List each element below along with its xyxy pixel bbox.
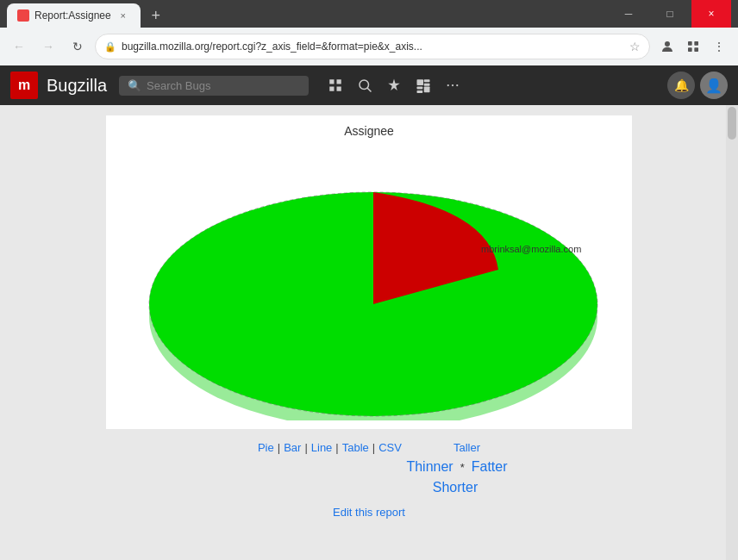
svg-rect-13	[424, 84, 430, 86]
svg-rect-3	[688, 47, 692, 52]
bookmark-icon[interactable]: ☆	[629, 40, 641, 53]
nav-icon-more[interactable]	[440, 72, 466, 98]
svg-rect-4	[694, 47, 698, 52]
pie-chart: nobody@mozilla.org mbrinksal@mozilla.com	[119, 145, 619, 420]
table-link[interactable]: Table	[342, 441, 369, 454]
svg-line-10	[367, 88, 372, 92]
tab-area: Report:Assignee × +	[7, 0, 605, 28]
bugzilla-title: Bugzilla	[47, 76, 107, 96]
svg-rect-5	[329, 79, 334, 84]
toolbar-icons: ⋮	[655, 34, 731, 59]
resize-row: Thinner * Fatter	[230, 459, 507, 475]
active-tab[interactable]: Report:Assignee ×	[7, 3, 141, 28]
line-link[interactable]: Line	[311, 441, 333, 454]
restore-button[interactable]: □	[650, 0, 690, 28]
chart-title: Assignee	[115, 124, 623, 138]
shorter-row: Shorter	[433, 480, 478, 495]
user-avatar[interactable]: 👤	[700, 72, 728, 99]
svg-rect-7	[329, 87, 334, 91]
svg-point-17	[447, 84, 449, 86]
menu-button[interactable]: ⋮	[707, 34, 731, 59]
svg-point-9	[360, 80, 369, 90]
thinner-link[interactable]: Thinner	[406, 459, 453, 475]
svg-rect-14	[417, 87, 423, 90]
shorter-link[interactable]: Shorter	[433, 480, 478, 495]
search-bar[interactable]: 🔍	[119, 76, 309, 96]
scrollbar-track[interactable]	[726, 105, 738, 560]
tab-title: Report:Assignee	[34, 9, 111, 22]
back-button[interactable]: ←	[7, 34, 31, 59]
url-text: bugzilla.mozilla.org/report.cgi?z_axis_f…	[122, 40, 624, 53]
title-bar: Report:Assignee × + ─ □ ×	[0, 0, 738, 28]
bz-right-icons: 🔔 👤	[667, 72, 728, 99]
svg-rect-15	[424, 87, 430, 93]
bugzilla-logo: m	[10, 72, 38, 99]
search-input[interactable]	[147, 79, 285, 92]
svg-point-19	[456, 84, 458, 86]
edit-report-link[interactable]: Edit this report	[333, 506, 405, 519]
taller-link[interactable]: Taller	[453, 441, 480, 454]
notifications-icon[interactable]: 🔔	[667, 72, 695, 99]
svg-rect-11	[417, 79, 424, 85]
fatter-link[interactable]: Fatter	[472, 459, 508, 475]
lock-icon: 🔒	[104, 41, 116, 53]
svg-rect-12	[424, 79, 430, 82]
url-bar[interactable]: 🔒 bugzilla.mozilla.org/report.cgi?z_axis…	[95, 34, 650, 59]
reload-button[interactable]: ↻	[66, 34, 90, 59]
chart-svg-wrap: nobody@mozilla.org mbrinksal@mozilla.com	[115, 145, 623, 420]
svg-rect-1	[688, 41, 692, 46]
svg-rect-8	[337, 87, 341, 91]
new-tab-button[interactable]: +	[144, 3, 168, 28]
close-button[interactable]: ×	[691, 0, 731, 28]
window-controls: ─ □ ×	[609, 0, 731, 28]
scrollbar-thumb[interactable]	[728, 107, 736, 140]
address-bar: ← → ↻ 🔒 bugzilla.mozilla.org/report.cgi?…	[0, 28, 738, 65]
nav-icon-4[interactable]	[410, 72, 436, 98]
resize-separator: *	[460, 461, 465, 474]
nav-icon-1[interactable]	[322, 72, 348, 98]
extensions-icon[interactable]	[681, 34, 705, 59]
svg-point-0	[665, 41, 670, 47]
tab-close-button[interactable]: ×	[116, 9, 130, 22]
nav-icon-3[interactable]	[381, 72, 407, 98]
bar-link[interactable]: Bar	[284, 441, 301, 454]
mbrinksal-label: mbrinksal@mozilla.com	[481, 244, 581, 254]
svg-rect-16	[417, 90, 423, 93]
nav-icon-2[interactable]	[352, 72, 378, 98]
csv-link[interactable]: CSV	[378, 441, 402, 454]
forward-button[interactable]: →	[36, 34, 60, 59]
nav-icons	[322, 72, 466, 98]
minimize-button[interactable]: ─	[609, 0, 648, 28]
chart-container: Assignee nobody@mozilla.org mbrinksal@mo…	[106, 115, 632, 429]
svg-point-18	[452, 84, 453, 86]
search-icon: 🔍	[128, 79, 141, 92]
svg-rect-2	[694, 41, 698, 46]
tab-favicon	[17, 9, 29, 22]
format-links: Pie | Bar | Line | Table | CSV Taller	[258, 441, 480, 454]
profile-icon[interactable]	[655, 34, 679, 59]
chart-controls: Pie | Bar | Line | Table | CSV Taller Th…	[230, 441, 507, 519]
bugzilla-nav: m Bugzilla 🔍 🔔 👤	[0, 65, 738, 105]
svg-rect-6	[337, 79, 341, 84]
main-content: Assignee nobody@mozilla.org mbrinksal@mo…	[0, 105, 738, 560]
pie-link[interactable]: Pie	[258, 441, 274, 454]
